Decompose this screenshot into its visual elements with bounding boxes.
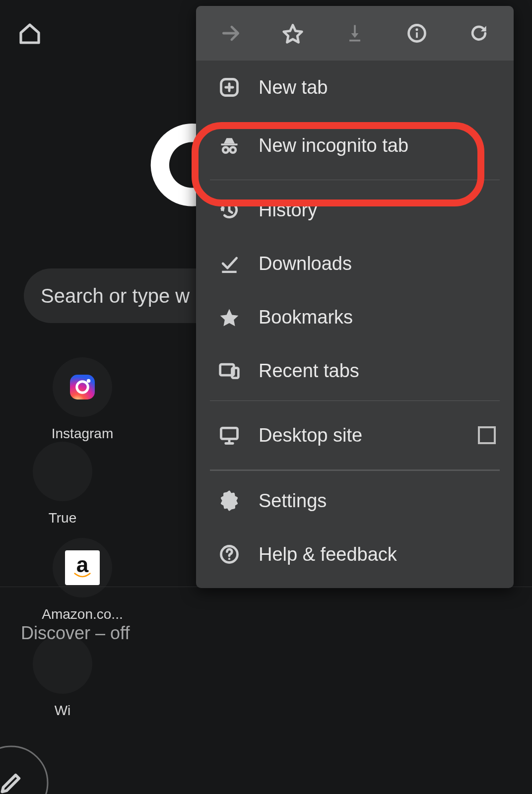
menu-item-history[interactable]: History — [196, 183, 514, 237]
download-icon — [344, 22, 366, 44]
menu-item-bookmarks[interactable]: Bookmarks — [196, 290, 514, 344]
star-filled-icon — [215, 306, 244, 328]
menu-item-downloads[interactable]: Downloads — [196, 237, 514, 290]
shortcut-label: True — [49, 510, 77, 526]
menu-label: Recent tabs — [259, 360, 359, 382]
menu-item-settings[interactable]: Settings — [196, 474, 514, 528]
reload-icon — [468, 22, 490, 44]
history-icon — [215, 199, 244, 221]
svg-point-6 — [415, 28, 418, 31]
reload-button[interactable] — [464, 18, 494, 48]
svg-point-18 — [228, 558, 230, 560]
forward-button[interactable] — [216, 18, 246, 48]
forward-icon — [220, 22, 242, 44]
menu-separator — [210, 180, 500, 180]
plus-square-icon — [215, 76, 244, 98]
instagram-icon — [53, 357, 112, 417]
help-icon — [215, 543, 244, 565]
menu-toolbar — [196, 6, 514, 61]
menu-label: New incognito tab — [259, 135, 408, 156]
svg-rect-1 — [70, 375, 95, 399]
shortcut-label: Wi — [55, 703, 71, 719]
svg-rect-12 — [222, 271, 236, 273]
svg-point-3 — [87, 379, 91, 383]
desktop-site-checkbox[interactable] — [478, 426, 496, 444]
svg-rect-15 — [221, 428, 238, 439]
home-button[interactable] — [0, 15, 60, 53]
search-placeholder: Search or type w — [41, 285, 190, 307]
bookmark-button[interactable] — [278, 18, 308, 48]
menu-item-new-tab[interactable]: New tab — [196, 61, 514, 114]
menu-item-desktop-site[interactable]: Desktop site — [196, 404, 514, 466]
gear-icon — [215, 490, 244, 512]
shortcut-label: Instagram — [52, 426, 114, 442]
svg-rect-9 — [221, 143, 238, 145]
pencil-icon — [0, 770, 25, 794]
menu-item-recent-tabs[interactable]: Recent tabs — [196, 344, 514, 397]
svg-rect-14 — [232, 368, 239, 378]
discover-status[interactable]: Discover – off — [21, 623, 130, 644]
truecaller-icon — [33, 442, 92, 501]
shortcut-truecaller[interactable]: True — [33, 442, 92, 526]
customize-fab[interactable] — [0, 746, 49, 794]
shortcut-label: Amazon.co... — [42, 606, 123, 622]
incognito-icon — [215, 134, 244, 156]
info-icon — [406, 22, 428, 44]
home-icon — [18, 22, 42, 46]
menu-separator — [210, 469, 500, 471]
svg-rect-7 — [416, 32, 418, 38]
svg-rect-4 — [349, 40, 360, 42]
shortcut-instagram[interactable]: Instagram — [33, 357, 132, 442]
star-outline-icon — [282, 22, 304, 44]
menu-label: History — [259, 199, 317, 221]
menu-label: Bookmarks — [259, 307, 353, 328]
info-button[interactable] — [402, 18, 432, 48]
amazon-icon: a — [53, 538, 112, 597]
menu-label: Settings — [259, 490, 327, 512]
download-done-icon — [215, 253, 244, 274]
shortcut-grid: Instagram True a Amazon.co... Wi — [33, 357, 192, 719]
menu-separator — [210, 400, 500, 401]
menu-item-help[interactable]: Help & feedback — [196, 528, 514, 581]
menu-label: New tab — [259, 77, 328, 98]
menu-label: Help & feedback — [259, 544, 397, 565]
menu-label: Downloads — [259, 253, 352, 274]
download-button[interactable] — [340, 18, 370, 48]
shortcut-wikipedia[interactable]: Wi — [33, 634, 92, 719]
overflow-menu: New tab New incognito tab History Downlo… — [196, 6, 514, 588]
menu-item-incognito[interactable]: New incognito tab — [196, 114, 514, 177]
shortcut-amazon[interactable]: a Amazon.co... — [33, 538, 132, 622]
devices-icon — [215, 360, 244, 382]
menu-label: Desktop site — [259, 425, 362, 446]
monitor-icon — [215, 424, 244, 446]
